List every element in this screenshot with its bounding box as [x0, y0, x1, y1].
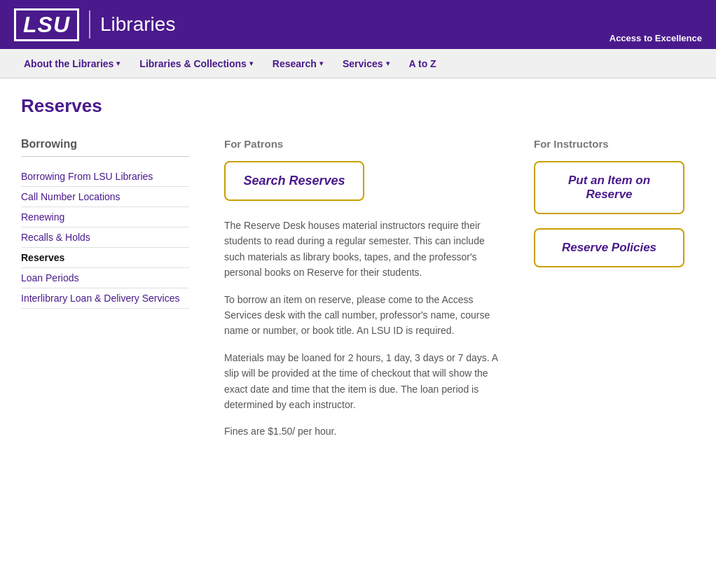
nav-item-about[interactable]: About the Libraries ▾	[14, 49, 130, 78]
sidebar-link-borrowing-from-lsu[interactable]: Borrowing From LSU Libraries	[21, 167, 189, 187]
chevron-down-icon: ▾	[116, 59, 120, 67]
header-tagline: Access to Excellence	[610, 33, 702, 49]
patrons-paragraph-1: The Reserve Desk houses material instruc…	[224, 218, 506, 281]
sidebar-link-renewing[interactable]: Renewing	[21, 207, 189, 227]
put-item-on-reserve-button[interactable]: Put an Item on Reserve	[534, 161, 684, 214]
header: LSU Libraries Access to Excellence	[0, 0, 716, 49]
sidebar-link-call-number[interactable]: Call Number Locations	[21, 187, 189, 207]
sidebar: Borrowing Borrowing From LSU Libraries C…	[21, 138, 203, 451]
sidebar-link-reserves[interactable]: Reserves	[21, 248, 189, 268]
sidebar-link-recalls[interactable]: Recalls & Holds	[21, 227, 189, 248]
instructors-heading: For Instructors	[534, 138, 688, 150]
patrons-paragraph-4: Fines are $1.50/ per hour.	[224, 424, 506, 439]
search-reserves-button[interactable]: Search Reserves	[224, 161, 364, 201]
sidebar-link-interlibrary[interactable]: Interlibrary Loan & Delivery Services	[21, 288, 189, 309]
sidebar-heading: Borrowing	[21, 138, 189, 157]
patrons-column: For Patrons Search Reserves The Reserve …	[217, 138, 513, 451]
nav-item-research[interactable]: Research ▾	[263, 49, 333, 78]
nav-label-libraries: Libraries & Collections	[139, 58, 246, 69]
reserve-policies-button[interactable]: Reserve Policies	[534, 228, 684, 267]
content-grid: Borrowing Borrowing From LSU Libraries C…	[21, 138, 695, 451]
page-title: Reserves	[21, 95, 695, 117]
nav-label-services: Services	[343, 58, 383, 69]
chevron-down-icon: ▾	[249, 59, 253, 67]
instructors-column: For Instructors Put an Item on Reserve R…	[527, 138, 695, 451]
patrons-paragraph-2: To borrow an item on reserve, please com…	[224, 292, 506, 339]
chevron-down-icon: ▾	[319, 59, 323, 67]
nav-label-atoz: A to Z	[409, 58, 436, 69]
nav-bar: About the Libraries ▾ Libraries & Collec…	[0, 49, 716, 78]
nav-item-libraries[interactable]: Libraries & Collections ▾	[130, 49, 262, 78]
patrons-paragraph-3: Materials may be loaned for 2 hours, 1 d…	[224, 350, 506, 413]
header-title: Libraries	[100, 13, 175, 36]
nav-label-about: About the Libraries	[24, 58, 113, 69]
patrons-heading: For Patrons	[224, 138, 506, 150]
lsu-logo: LSU	[14, 8, 79, 41]
logo-area: LSU Libraries	[14, 8, 175, 41]
nav-item-atoz[interactable]: A to Z	[399, 49, 446, 78]
header-divider	[89, 10, 90, 38]
sidebar-link-loan-periods[interactable]: Loan Periods	[21, 268, 189, 288]
main-content: Reserves Borrowing Borrowing From LSU Li…	[0, 78, 716, 468]
chevron-down-icon: ▾	[386, 59, 390, 67]
nav-label-research: Research	[273, 58, 317, 69]
nav-item-services[interactable]: Services ▾	[333, 49, 399, 78]
